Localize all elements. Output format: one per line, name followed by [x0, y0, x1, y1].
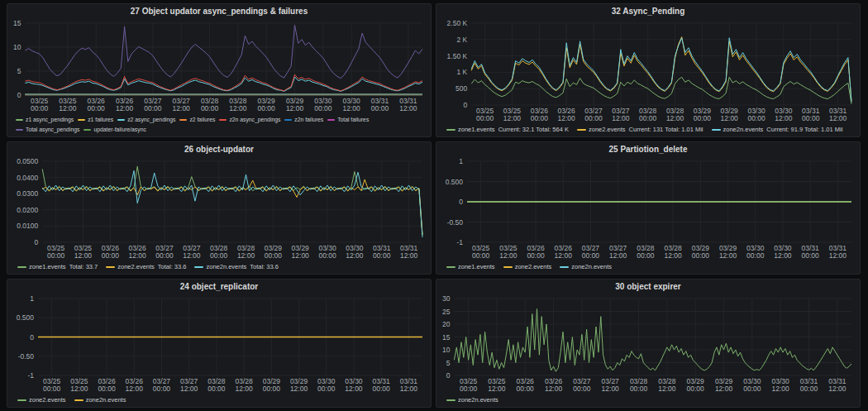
y-tick-label: 15: [13, 19, 21, 27]
x-tick-label: 00:00: [687, 385, 705, 393]
x-tick-label: 12:00: [612, 114, 630, 122]
chart-canvas[interactable]: 03/2500:0003/2512:0003/2600:0003/2612:00…: [436, 294, 860, 394]
legend-item[interactable]: z2 async_pendings: [117, 115, 175, 124]
series-color-swatch-icon: [17, 266, 26, 268]
legend-label: zone2n.events: [723, 125, 764, 134]
y-tick-label: 0.0400: [17, 174, 38, 182]
line-chart[interactable]: 03/2500:0003/2512:0003/2600:0003/2612:00…: [436, 156, 860, 261]
x-tick-label: 00:00: [692, 251, 710, 260]
y-tick-label: 1.50 K: [447, 52, 468, 60]
x-tick-label: 00:00: [582, 251, 600, 260]
x-tick-label: 12:00: [286, 104, 304, 112]
legend-item[interactable]: zone2.eventsTotal: 33.6: [106, 262, 186, 271]
x-tick-label: 12:00: [828, 385, 847, 393]
legend-item[interactable]: z2 failures: [179, 115, 215, 124]
series-color-swatch-icon: [577, 129, 586, 131]
chart-canvas[interactable]: 03/2500:0003/2512:0003/2600:0003/2612:00…: [7, 294, 431, 394]
chart-legend: zone2.eventszone2n.events: [7, 394, 431, 407]
series-color-swatch-icon: [560, 266, 569, 268]
series-color-swatch-icon: [117, 119, 125, 121]
legend-label: zone2.events: [117, 262, 155, 271]
y-tick-label: 0: [17, 91, 21, 99]
legend-item[interactable]: zone1.events: [446, 262, 495, 271]
x-tick-label: 00:00: [630, 385, 648, 393]
legend-item[interactable]: Total async_pendings: [16, 125, 79, 134]
x-tick-label: 00:00: [800, 385, 818, 393]
legend-label: zone2n.events: [86, 395, 126, 404]
series-color-swatch-icon: [106, 266, 115, 268]
legend-item[interactable]: zone2.eventsCurrent: 131 Total: 1.01 Mil: [577, 125, 703, 134]
legend-stats: Current: 131 Total: 1.01 Mil: [629, 125, 703, 134]
legend-item[interactable]: zone2n.eventsTotal: 33.6: [194, 262, 278, 271]
y-tick-label: 10: [13, 43, 21, 51]
y-tick-label: -1: [456, 238, 463, 246]
panel-async-pending: 32 Async_Pending 03/2500:0003/2512:0003/…: [436, 3, 861, 137]
x-tick-label: 00:00: [371, 104, 389, 112]
x-tick-label: 00:00: [201, 104, 219, 112]
panel-object-updator: 26 object-updator 03/2500:0003/2512:0003…: [7, 141, 432, 275]
chart-legend: zone1.eventszone2.eventszone2n.events: [436, 261, 860, 274]
x-tick-label: 12:00: [400, 385, 418, 393]
line-chart[interactable]: 03/2500:0003/2512:0003/2600:0003/2612:00…: [436, 294, 860, 394]
line-chart[interactable]: 03/2500:0003/2512:0003/2600:0003/2612:00…: [436, 18, 860, 124]
x-tick-label: 12:00: [715, 385, 733, 393]
x-tick-label: 00:00: [373, 251, 391, 260]
legend-item[interactable]: z2n failures: [284, 115, 323, 124]
legend-label: Total async_pendings: [26, 125, 79, 134]
legend-item[interactable]: zone2n.events: [74, 395, 126, 404]
legend-label: zone2.events: [589, 125, 626, 134]
x-tick-label: 00:00: [476, 114, 494, 122]
legend-item[interactable]: zone1.eventsTotal: 33.7: [17, 262, 98, 271]
y-tick-label: 2 K: [456, 36, 467, 44]
legend-item[interactable]: zone2n.eventsCurrent: 91.9 Total: 1.01 M…: [712, 125, 843, 134]
panel-title[interactable]: 32 Async_Pending: [436, 4, 860, 18]
line-chart[interactable]: 03/2500:0003/2512:0003/2600:0003/2612:00…: [7, 156, 431, 261]
panel-title[interactable]: 24 object_replicator: [7, 280, 431, 294]
panel-title[interactable]: 25 Partiotion_delete: [436, 142, 860, 156]
legend-label: updater-failure/async: [93, 125, 145, 134]
legend-item[interactable]: zone1.eventsCurrent: 32.1 Total: 564 K: [446, 125, 569, 134]
x-tick-label: 12:00: [503, 114, 522, 122]
chart-canvas[interactable]: 03/2500:0003/2512:0003/2600:0003/2612:00…: [436, 156, 860, 261]
x-tick-label: 00:00: [531, 114, 549, 122]
x-tick-label: 00:00: [637, 251, 655, 260]
x-tick-label: 12:00: [545, 385, 563, 393]
x-tick-label: 00:00: [747, 114, 765, 122]
legend-stats: Total: 33.7: [69, 262, 98, 271]
chart-canvas[interactable]: 03/2500:0003/2512:0003/2600:0003/2612:00…: [7, 156, 431, 261]
legend-item[interactable]: zone2n.events: [560, 262, 612, 271]
y-tick-label: 0.0300: [17, 189, 38, 198]
legend-item[interactable]: updater-failure/async: [83, 125, 145, 134]
chart-canvas[interactable]: 03/2500:0003/2512:0003/2600:0003/2612:00…: [436, 18, 860, 124]
panel-title[interactable]: 26 object-updator: [7, 142, 431, 156]
legend-label: z2n async_pendings: [229, 115, 280, 124]
x-tick-label: 00:00: [263, 385, 281, 393]
legend-item[interactable]: zone2.events: [17, 395, 66, 404]
line-chart[interactable]: 03/2500:0003/2512:0003/2600:0003/2612:00…: [7, 294, 431, 394]
x-tick-label: 12:00: [775, 114, 793, 122]
line-chart[interactable]: 03/2500:0003/2512:0003/2600:0003/2612:00…: [7, 18, 431, 114]
x-tick-label: 12:00: [129, 251, 147, 260]
chart-legend: zone1.eventsTotal: 33.7zone2.eventsTotal…: [7, 261, 431, 274]
legend-item[interactable]: zone2n.events: [446, 395, 498, 404]
legend-stats: Total: 33.6: [158, 262, 187, 271]
panel-object-updator-async-pendings: 27 Object updator async_pendings & failu…: [7, 3, 432, 137]
series-color-swatch-icon: [83, 129, 91, 131]
panel-title[interactable]: 27 Object updator async_pendings & failu…: [7, 4, 431, 18]
panel-title[interactable]: 30 object expirer: [436, 280, 860, 294]
legend-item[interactable]: z2n async_pendings: [219, 115, 280, 124]
legend-item[interactable]: zone2.events: [503, 262, 552, 271]
x-tick-label: 00:00: [102, 251, 120, 260]
y-tick-label: 0: [30, 333, 34, 342]
x-tick-label: 00:00: [746, 251, 765, 260]
legend-item[interactable]: Total failures: [327, 115, 369, 124]
legend-item[interactable]: z1 failures: [78, 115, 113, 124]
x-tick-label: 12:00: [235, 385, 253, 393]
x-tick-label: 12:00: [74, 251, 93, 260]
panel-object-replicator: 24 object_replicator 03/2500:0003/2512:0…: [7, 279, 432, 408]
x-tick-label: 00:00: [144, 104, 162, 112]
x-tick-label: 00:00: [802, 114, 820, 122]
legend-item[interactable]: z1 async_pendings: [16, 115, 74, 124]
chart-canvas[interactable]: 03/2500:0003/2512:0003/2600:0003/2612:00…: [7, 18, 431, 114]
series-color-swatch-icon: [17, 399, 26, 401]
